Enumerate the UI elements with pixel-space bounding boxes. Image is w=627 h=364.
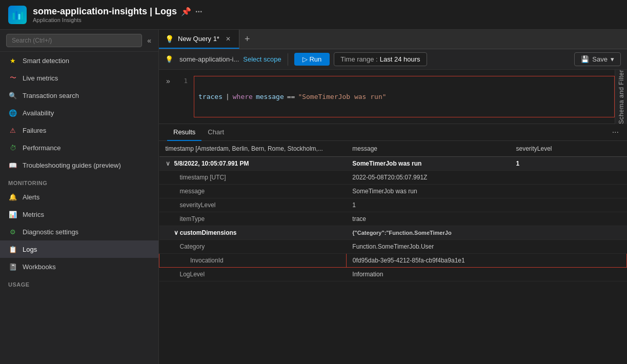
svg-rect-2 [18,14,21,19]
tab-chart[interactable]: Chart [201,124,230,141]
table-row[interactable]: LogLevel Information [159,267,627,281]
tab-results[interactable]: Results [167,124,201,141]
table-row[interactable]: ∨ customDimensions {"Category":"Function… [159,226,627,239]
diag-icon: ⚙ [8,227,17,236]
svg-rect-0 [13,13,15,19]
table-header-row: timestamp [Amsterdam, Berlin, Bern, Rome… [159,141,627,157]
code-editor-line[interactable]: traces | where message == "SomeTimerJob … [194,76,615,117]
row-timestamp: ∨5/8/2022, 10:05:07.991 PM [159,156,347,170]
editor-lines: 1 traces | where message == "SomeTimerJo… [177,76,615,117]
table-row[interactable]: InvocationId 0fd95dab-3e95-4212-85fa-cb9… [159,253,627,267]
more-options-icon[interactable]: ··· [195,7,202,16]
results-more-button[interactable]: ··· [612,128,619,137]
table-row[interactable]: message SomeTimerJob was run [159,184,627,198]
pulse-icon: 〜 [8,73,17,83]
row-field: timestamp [UTC] [159,170,347,184]
row-value: Function.SomeTimerJob.User [346,239,626,253]
table-row[interactable]: timestamp [UTC] 2022-05-08T20:05:07.991Z [159,170,627,184]
book-icon: 📖 [8,160,17,170]
sidebar-item-failures[interactable]: ⚠ Failures [0,122,158,139]
workbook-icon: 📓 [8,262,17,271]
editor-area: » 1 traces | where message == "SomeTimer… [159,70,615,124]
sidebar-item-logs[interactable]: 📋 Logs [0,240,158,258]
top-header: some-application-insights | Logs 📌 ··· A… [0,0,627,30]
row-field: itemType [159,212,347,226]
tab-add-button[interactable]: + [239,30,255,49]
table-row[interactable]: itemType trace [159,212,627,226]
select-scope-button[interactable]: Select scope [243,55,281,63]
save-button[interactable]: 💾 Save ▾ [574,52,621,66]
sidebar-nav: ★ Smart detection 〜 Live metrics 🔍 Trans… [0,52,158,364]
run-button[interactable]: ▷ Run [294,53,330,66]
logs-icon: 📋 [8,245,17,254]
tabs-bar: 💡 New Query 1* ✕ + [159,30,627,49]
app-icon [8,6,27,24]
col-header-severity: severityLevel [510,141,626,157]
table-row[interactable]: ∨5/8/2022, 10:05:07.991 PM SomeTimerJob … [159,156,627,170]
col-header-timestamp: timestamp [Amsterdam, Berlin, Bern, Rome… [159,141,347,157]
row-field: LogLevel [159,267,347,281]
main-layout: « ★ Smart detection 〜 Live metrics 🔍 Tra… [0,30,627,364]
query-scope-label: some-application-i... [179,55,239,63]
sidebar-item-workbooks[interactable]: 📓 Workbooks [0,258,158,275]
expand-editor-button[interactable]: » [159,76,177,117]
tab-close-button[interactable]: ✕ [224,34,233,44]
row-severity: 1 [510,156,626,170]
row-field: ∨ customDimensions [159,226,347,239]
row-value: {"Category":"Function.SomeTimerJo [346,226,626,239]
query-scope-icon: 💡 [165,55,173,63]
query-toolbar: 💡 some-application-i... Select scope ▷ R… [159,49,627,70]
sidebar-item-availability[interactable]: 🌐 Availability [0,104,158,122]
results-table: timestamp [Amsterdam, Berlin, Bern, Rome… [159,141,627,281]
metrics-icon: 📊 [8,210,17,219]
sidebar-search-area: « [0,30,158,52]
row-field: message [159,184,347,198]
save-icon: 💾 [581,55,589,63]
toolbar-divider [288,53,288,66]
table-row[interactable]: Category Function.SomeTimerJob.User [159,239,627,253]
sidebar-item-smart-detection[interactable]: ★ Smart detection [0,52,158,69]
star-icon: ★ [8,56,17,65]
sidebar-item-alerts[interactable]: 🔔 Alerts [0,188,158,206]
content-area: 💡 New Query 1* ✕ + 💡 some-application-i.… [159,30,627,364]
results-area: Results Chart ··· timestamp [Amsterdam, … [159,124,627,364]
search-icon: 🔍 [8,91,17,100]
sidebar-item-metrics[interactable]: 📊 Metrics [0,206,158,223]
tab-new-query-1[interactable]: 💡 New Query 1* ✕ [159,30,239,49]
col-header-message: message [346,141,510,157]
query-tab-icon: 💡 [165,35,174,43]
code-pipe: | [226,93,230,100]
header-title-group: some-application-insights | Logs 📌 ··· A… [33,6,202,23]
warning-icon: ⚠ [8,126,17,135]
svg-rect-1 [15,11,17,19]
results-tabs-bar: Results Chart ··· [159,124,627,141]
search-input[interactable] [6,34,142,47]
usage-section-header: Usage [0,275,158,290]
sidebar: « ★ Smart detection 〜 Live metrics 🔍 Tra… [0,30,159,364]
page-title: some-application-insights | Logs 📌 ··· [33,6,202,17]
row-value: SomeTimerJob was run [346,184,626,198]
code-string-value: "SomeTimerJob was run" [298,93,386,100]
pin-icon[interactable]: 📌 [181,7,191,16]
row-value: trace [346,212,626,226]
row-value: 1 [346,198,626,212]
time-range-button[interactable]: Time range : Last 24 hours [334,52,427,66]
sidebar-item-troubleshooting[interactable]: 📖 Troubleshooting guides (preview) [0,156,158,174]
sidebar-item-live-metrics[interactable]: 〜 Live metrics [0,69,158,87]
time-range-prefix: Time range : [340,55,378,63]
row-value: 2022-05-08T20:05:07.991Z [346,170,626,184]
bell-icon: 🔔 [8,192,17,201]
code-eq-operator: == [287,93,295,100]
collapse-sidebar-button[interactable]: « [146,35,152,46]
row-field: severityLevel [159,198,347,212]
table-row[interactable]: severityLevel 1 [159,198,627,212]
sidebar-item-performance[interactable]: ⏱ Performance [0,139,158,156]
schema-filter-panel[interactable]: Schema and Filter [615,70,627,124]
editor-section: » 1 traces | where message == "SomeTimer… [159,70,627,124]
sidebar-item-diagnostic-settings[interactable]: ⚙ Diagnostic settings [0,223,158,240]
row-value: 0fd95dab-3e95-4212-85fa-cb9f4ba9a1e1 [346,253,626,267]
row-value: Information [346,267,626,281]
save-chevron-icon: ▾ [611,55,614,63]
row-field: Category [159,239,347,253]
sidebar-item-transaction-search[interactable]: 🔍 Transaction search [0,87,158,104]
